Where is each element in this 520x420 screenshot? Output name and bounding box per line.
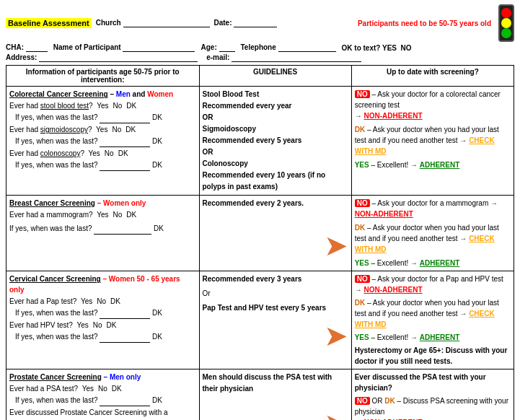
cervical-info: Cervical Cancer Screening – Women 50 - 6…	[6, 271, 200, 369]
name-label: Name of Participant	[53, 43, 195, 52]
mammo-when-row: If yes, when was the last? DK	[9, 223, 196, 235]
prostate-info: Prostate Cancer Screening – Men only Eve…	[6, 369, 200, 421]
tl-yellow	[501, 18, 511, 28]
prostate-no-line: NO OR DK – Discuss PSA screening with yo…	[355, 395, 511, 417]
mammo-row: Ever had a mammogram? Yes No DK	[9, 209, 196, 220]
page: Baseline Assessment Church Date: Partici…	[0, 0, 520, 420]
colonoscopy-when-row: If yes, when was the last? DK	[9, 159, 196, 171]
col2-header: GUIDELINES	[199, 66, 351, 87]
breast-guidelines: Recommended every 2 years. ➤	[199, 196, 351, 271]
colorectal-uptodate: NO – Ask your doctor for a colorectal ca…	[351, 87, 514, 196]
prostate-title: Prostate Cancer Screening – Men only	[9, 372, 196, 382]
oktext-label: OK to text? YES NO	[342, 44, 412, 52]
cervical-yes-line: YES – Excellent! → ADHERENT	[355, 332, 511, 343]
colorectal-dk-line: DK – Ask your doctor when you had your l…	[355, 124, 511, 157]
cervical-special: Hysterectomy or Age 65+: Discuss with yo…	[355, 345, 511, 367]
breast-no-line: NO – Ask your doctor for a mammogram → N…	[355, 198, 511, 219]
breast-rec: Recommended every 2 years.	[203, 198, 348, 209]
cervical-rec1: Recommended every 3 years	[203, 274, 348, 285]
address-label: Address:	[6, 53, 198, 62]
prostate-guidelines: Men should discuss the PSA test with the…	[199, 369, 351, 421]
cervical-no-line: NO – Ask your doctor for a Pap and HPV t…	[355, 274, 511, 295]
col1-header: Information of participants age 50-75 pr…	[6, 66, 200, 87]
guide-stool-rec: Recommended every year	[203, 100, 348, 112]
guide-or1: OR	[203, 112, 348, 123]
prostate-uptodate: Ever discussed the PSA test with your ph…	[351, 369, 514, 421]
hpv-when-row: If yes, when was the last? DK	[9, 331, 196, 343]
header-left: Baseline Assessment Church Date:	[6, 18, 358, 28]
main-table: Information of participants age 50-75 pr…	[6, 65, 514, 420]
prostate-arrow: ➤	[203, 409, 348, 420]
header-row1: Baseline Assessment Church Date: Partici…	[6, 4, 514, 42]
cha-label: CHA:	[6, 43, 48, 52]
cervical-arrow: ➤	[203, 321, 348, 350]
sigmoid-row: Ever had sigmoidoscopy? Yes No DK	[9, 124, 196, 135]
table-row: Breast Cancer Screening – Women only Eve…	[6, 196, 514, 271]
colorectal-no-line: NO – Ask your doctor for a colorectal ca…	[355, 89, 511, 110]
email-label: e-mail:	[206, 53, 361, 62]
stool-row: Ever had stool blood test? Yes No DK	[9, 100, 196, 111]
prostate-discuss-header: Ever discussed the PSA test with your ph…	[355, 372, 511, 393]
breast-title: Breast Cancer Screening – Women only	[9, 198, 196, 209]
table-row: Colorectal Cancer Screening – Men and Wo…	[6, 87, 514, 196]
colonoscopy-row: Ever had colonoscopy? Yes No DK	[9, 148, 196, 159]
table-row: Cervical Cancer Screening – Women 50 - 6…	[6, 271, 514, 369]
colorectal-guidelines: Stool Blood Test Recommended every year …	[199, 87, 351, 196]
big-arrow-icon: ➤	[324, 229, 348, 261]
header-row3: Address: e-mail:	[6, 53, 514, 62]
header-warning: Participants need to be 50-75 years old	[358, 19, 491, 27]
big-arrow-icon2: ➤	[324, 320, 348, 351]
colorectal-nonadherent: → NON-ADHERENT	[355, 110, 511, 121]
tl-red	[501, 8, 511, 18]
cervical-or: Or	[203, 288, 348, 299]
pap-when-row: If yes, when was the last? DK	[9, 307, 196, 319]
church-label: Church	[96, 19, 210, 27]
breast-dk-line: DK – Ask your doctor when you had your l…	[355, 222, 511, 255]
col3-header: Up to date with screening?	[351, 66, 514, 87]
psa-row: Ever had a PSA test? Yes No DK	[9, 383, 196, 394]
telephone-label: Telephone	[241, 43, 336, 52]
pap-row: Ever had a Pap test? Yes No DK	[9, 296, 196, 307]
colorectal-info: Colorectal Cancer Screening – Men and Wo…	[6, 87, 200, 196]
guide-or2: OR	[203, 146, 348, 158]
psa-when-row: If yes, when was the last? DK	[9, 395, 196, 406]
sigmoid-when-row: If yes, when was the last? DK	[9, 136, 196, 147]
breast-yes-line: YES – Excellent! → ADHERENT	[355, 258, 511, 268]
cervical-dk-line: DK – Ask your doctor when you had your l…	[355, 297, 511, 330]
guide-colon: Colonoscopy	[203, 158, 348, 170]
big-arrow-icon3: ➤	[324, 408, 348, 420]
cervical-rec2: Pap Test and HPV test every 5 years	[203, 302, 348, 314]
colorectal-yes-line: YES – Excellent! → ADHERENT	[355, 159, 511, 170]
guide-stool: Stool Blood Test	[203, 89, 348, 100]
prostate-nonadherent: → NON-ADHERENT	[355, 417, 511, 420]
guide-sigmoid: Sigmoidoscopy	[203, 123, 348, 135]
stool-when-row: If yes, when was the last? DK	[9, 112, 196, 123]
prostate-rec: Men should discuss the PSA test with the…	[203, 372, 348, 395]
cervical-guidelines: Recommended every 3 years Or Pap Test an…	[199, 271, 351, 369]
breast-uptodate: NO – Ask your doctor for a mammogram → N…	[351, 196, 514, 271]
age-label: Age:	[200, 43, 234, 52]
table-row: Prostate Cancer Screening – Men only Eve…	[6, 369, 514, 421]
guide-colon-rec: Recommended every 10 years (if no polyps…	[203, 170, 348, 193]
tl-green	[501, 28, 511, 38]
colorectal-title: Colorectal Cancer Screening – Men and Wo…	[9, 89, 196, 100]
hpv-row: Ever had HPV test? Yes No DK	[9, 320, 196, 331]
baseline-label: Baseline Assessment	[6, 18, 92, 28]
guide-sigmoid-rec: Recommended every 5 years	[203, 135, 348, 146]
breast-info: Breast Cancer Screening – Women only Eve…	[6, 196, 200, 271]
header-row2: CHA: Name of Participant Age: Telephone …	[6, 43, 514, 52]
breast-arrow: ➤	[203, 231, 348, 260]
psa-discuss-row: Ever discussed Prostate Cancer Screening…	[9, 407, 196, 420]
date-label: Date:	[214, 19, 278, 27]
cervical-title: Cervical Cancer Screening – Women 50 - 6…	[9, 274, 196, 295]
traffic-light-icon	[498, 4, 514, 42]
cervical-uptodate: NO – Ask your doctor for a Pap and HPV t…	[351, 271, 514, 369]
